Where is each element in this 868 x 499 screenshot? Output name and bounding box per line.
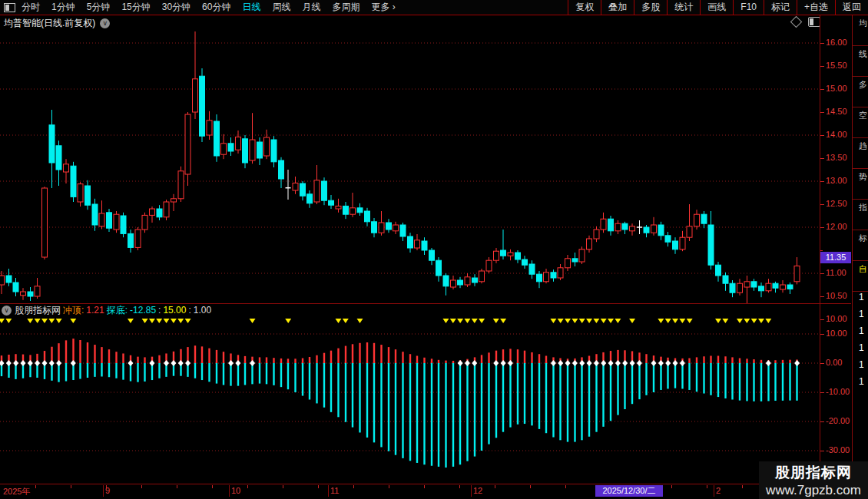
candle[interactable] xyxy=(372,222,377,233)
tool-button-画线[interactable]: 画线 xyxy=(700,0,733,15)
candle[interactable] xyxy=(85,186,91,205)
candle[interactable] xyxy=(608,219,614,231)
candle[interactable] xyxy=(107,213,112,228)
candle[interactable] xyxy=(415,240,420,248)
candle[interactable] xyxy=(737,283,743,292)
candle[interactable] xyxy=(658,225,664,236)
candle[interactable] xyxy=(451,280,456,287)
period-tab-日线[interactable]: 日线 xyxy=(242,1,260,14)
candle[interactable] xyxy=(28,292,33,296)
candle[interactable] xyxy=(465,277,470,285)
candle[interactable] xyxy=(651,225,657,233)
candle[interactable] xyxy=(694,214,700,226)
candle[interactable] xyxy=(0,276,5,285)
candle[interactable] xyxy=(458,280,463,285)
candle[interactable] xyxy=(322,181,327,200)
candle[interactable] xyxy=(21,292,26,296)
candle[interactable] xyxy=(343,206,349,214)
split-window-icon[interactable] xyxy=(808,17,820,27)
candle[interactable] xyxy=(708,225,714,265)
candle[interactable] xyxy=(128,233,134,247)
candle[interactable] xyxy=(673,241,678,250)
period-tab-多周期[interactable]: 多周期 xyxy=(332,1,359,14)
period-tab-60分钟[interactable]: 60分钟 xyxy=(202,1,230,14)
candle[interactable] xyxy=(185,114,190,174)
tool-button-统计[interactable]: 统计 xyxy=(667,0,700,15)
candle[interactable] xyxy=(243,139,248,163)
candle[interactable] xyxy=(207,121,212,135)
candle[interactable] xyxy=(307,194,313,203)
candle[interactable] xyxy=(494,251,499,260)
candle[interactable] xyxy=(121,216,126,233)
candle[interactable] xyxy=(544,273,549,282)
panel-layout-icon[interactable] xyxy=(4,3,15,12)
tool-button-标记[interactable]: 标记 xyxy=(764,0,797,15)
candle[interactable] xyxy=(766,283,771,291)
candle[interactable] xyxy=(730,283,735,292)
candle[interactable] xyxy=(314,180,320,202)
candlestick-chart[interactable] xyxy=(0,31,819,304)
candle[interactable] xyxy=(622,223,628,230)
candle[interactable] xyxy=(236,137,241,150)
period-tab-5分钟[interactable]: 5分钟 xyxy=(87,1,111,14)
candle[interactable] xyxy=(551,273,556,278)
candle[interactable] xyxy=(329,200,334,205)
candle[interactable] xyxy=(429,250,435,260)
candle[interactable] xyxy=(572,259,578,262)
candle[interactable] xyxy=(716,265,721,276)
strip-item[interactable]: 趋 xyxy=(853,138,868,169)
candle[interactable] xyxy=(687,226,692,237)
period-tab-15分钟[interactable]: 15分钟 xyxy=(121,1,150,14)
candle[interactable] xyxy=(472,278,478,283)
candle[interactable] xyxy=(393,225,399,231)
candle[interactable] xyxy=(178,171,184,199)
candle[interactable] xyxy=(486,260,492,271)
candle[interactable] xyxy=(92,204,98,225)
candle[interactable] xyxy=(501,250,506,256)
tool-button-返回[interactable]: 返回 xyxy=(835,0,868,15)
candle[interactable] xyxy=(49,125,55,163)
period-tab-1分钟[interactable]: 1分钟 xyxy=(51,1,75,14)
candle[interactable] xyxy=(13,283,18,292)
indicator-chart[interactable] xyxy=(0,316,819,484)
candle[interactable] xyxy=(6,276,12,283)
tool-button-复权[interactable]: 复权 xyxy=(568,0,601,15)
strip-item[interactable]: 指 xyxy=(853,200,868,230)
candle[interactable] xyxy=(558,268,563,278)
candle[interactable] xyxy=(135,230,141,247)
candle[interactable] xyxy=(680,237,685,250)
period-tab-更多 ›[interactable]: 更多 › xyxy=(371,1,395,14)
candle[interactable] xyxy=(579,250,585,262)
candle[interactable] xyxy=(171,199,177,202)
tool-button-叠加[interactable]: 叠加 xyxy=(601,0,634,15)
strip-item[interactable]: 多 xyxy=(853,77,868,107)
candle[interactable] xyxy=(164,202,169,217)
candle[interactable] xyxy=(228,144,234,151)
candle[interactable] xyxy=(529,264,535,274)
candle[interactable] xyxy=(214,121,220,156)
candle[interactable] xyxy=(780,285,786,289)
tool-button-+自选[interactable]: +自选 xyxy=(797,0,835,15)
candle[interactable] xyxy=(142,215,147,230)
candle[interactable] xyxy=(400,225,406,236)
candle[interactable] xyxy=(479,271,485,282)
candle[interactable] xyxy=(250,140,255,160)
candle[interactable] xyxy=(257,142,263,158)
period-tab-30分钟[interactable]: 30分钟 xyxy=(162,1,190,14)
candle[interactable] xyxy=(594,230,599,239)
candle[interactable] xyxy=(264,137,270,156)
candle[interactable] xyxy=(293,183,298,190)
candle[interactable] xyxy=(114,214,119,230)
chevron-down-icon[interactable]: ∨ xyxy=(100,18,110,28)
strip-item-highlight[interactable]: 自 xyxy=(853,261,868,292)
candle[interactable] xyxy=(644,227,649,233)
candle[interactable] xyxy=(751,282,757,287)
period-tab-月线[interactable]: 月线 xyxy=(302,1,320,14)
candle[interactable] xyxy=(587,239,592,250)
candle[interactable] xyxy=(157,209,162,217)
candle[interactable] xyxy=(787,285,793,289)
candle[interactable] xyxy=(350,208,356,214)
candle[interactable] xyxy=(150,209,155,215)
candle[interactable] xyxy=(200,76,205,136)
candle[interactable] xyxy=(723,276,728,283)
